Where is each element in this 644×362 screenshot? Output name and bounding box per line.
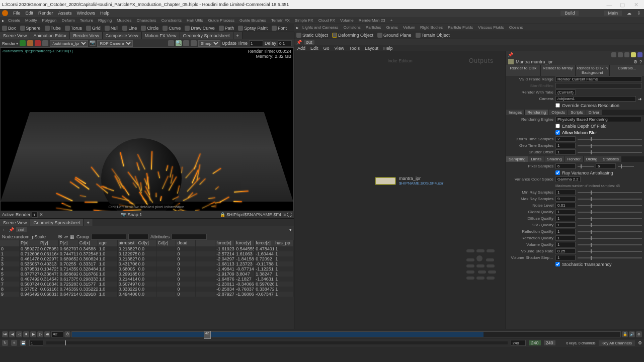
refrq-input[interactable]: 1: [555, 235, 576, 241]
samp-sampling[interactable]: Sampling: [506, 156, 528, 162]
subtab-driver[interactable]: Driver: [586, 110, 602, 115]
samp-dicing[interactable]: Dicing: [584, 156, 600, 162]
realtime-icon[interactable]: ⏱: [64, 331, 70, 337]
shelf-tab-modify[interactable]: Modify: [24, 18, 39, 23]
shelf-tab-renderman[interactable]: RenderMan 23: [357, 18, 387, 23]
table-row[interactable]: 10.7126060.06116430.7447110.3725481.00.1…: [0, 251, 294, 256]
shelf2-pfluids[interactable]: Particle Fluids: [446, 25, 474, 30]
menu-help[interactable]: Help: [100, 11, 110, 16]
snap-label[interactable]: Snap 1: [128, 212, 142, 217]
render-disk-button[interactable]: Render to Disk: [506, 65, 540, 76]
volstep-input[interactable]: 0.25: [555, 248, 576, 254]
shelf-tab-cloudfx[interactable]: Cloud FX: [317, 18, 337, 23]
timeline-track[interactable]: 42: [71, 331, 621, 337]
table-row[interactable]: 60.4074920.3145470.6173750.2983331.00.21…: [0, 277, 294, 282]
shutter-input[interactable]: 1: [555, 149, 576, 155]
shelf-tab-terrain[interactable]: Terrain FX: [270, 18, 291, 23]
shelf2-collisions[interactable]: Collisions: [342, 25, 362, 30]
subtab-rendering[interactable]: Rendering: [525, 110, 548, 115]
picker-icon[interactable]: [183, 40, 189, 46]
tool-path[interactable]: Path: [217, 24, 236, 32]
shelf-arrow-icon[interactable]: ▸: [2, 18, 5, 23]
region-icon[interactable]: [191, 40, 197, 46]
tab-geo-spread[interactable]: Geometry Spreadsheet: [180, 32, 233, 39]
first-frame-button[interactable]: ⏮: [2, 331, 8, 337]
tab-motionfx[interactable]: Motion FX View: [142, 32, 180, 39]
close-icon[interactable]: ✕: [630, 2, 642, 8]
render-bg-button[interactable]: Render to Disk in Background: [576, 65, 610, 76]
network-view[interactable]: Outputs Indie Edition mantra_ipr $HIPNAM…: [294, 51, 506, 329]
cloud-down-icon[interactable]: ⇩: [637, 11, 642, 16]
tool-font[interactable]: Font: [270, 24, 289, 32]
shelf-tab-muscles[interactable]: Muscles: [115, 18, 133, 23]
table-row[interactable]: 00.3592720.07595140.6627070.345881.00.21…: [0, 246, 294, 251]
pin-icon[interactable]: 📌: [508, 52, 513, 57]
engine-menu[interactable]: Physically Based Rendering: [555, 117, 642, 122]
camera-icon[interactable]: 📷: [90, 40, 96, 46]
table-row[interactable]: 20.4614780.02297010.6896520.3608241.00.2…: [0, 256, 294, 261]
samp-stats[interactable]: Statistics: [600, 156, 621, 162]
table-row[interactable]: 40.8795310.1047250.7143590.3284841.00.68…: [0, 266, 294, 272]
tool-box[interactable]: Box: [0, 24, 18, 32]
ps-slider[interactable]: [578, 166, 594, 167]
shelf-tab-rigging[interactable]: Rigging: [97, 18, 113, 23]
shelf-tab-plus[interactable]: +: [389, 18, 394, 23]
ps-input[interactable]: 6: [555, 163, 576, 169]
render-node-select[interactable]: /out/mantra_ipr: [50, 40, 88, 47]
volq-slider[interactable]: [578, 244, 642, 245]
xform-input[interactable]: 2: [555, 136, 576, 142]
shelf-tab-simplefx[interactable]: Simple FX: [293, 18, 315, 23]
table-row[interactable]: 90.9454920.06831830.6472140.329181.00.49…: [0, 292, 294, 297]
ss-tab-plus[interactable]: +: [84, 219, 93, 226]
take-menu[interactable]: (Current): [555, 89, 576, 95]
shutter-slider[interactable]: [578, 152, 642, 153]
shelf2-oceans[interactable]: Oceans: [508, 25, 525, 30]
stoch-check[interactable]: [555, 262, 560, 266]
minimize-icon[interactable]: —: [603, 2, 615, 8]
auto-update-icon[interactable]: ↻: [2, 340, 8, 346]
audio-icon[interactable]: 🔊: [629, 331, 635, 337]
volshadow-slider[interactable]: [578, 257, 642, 258]
shelf-arrow-icon[interactable]: ▸: [296, 25, 299, 30]
dof-check[interactable]: [555, 124, 560, 128]
prev-key-button[interactable]: ◀: [9, 331, 15, 337]
ss-tab-geo[interactable]: Geometry Spreadsheet: [30, 219, 84, 226]
camera-select[interactable]: ROP Camera: [97, 40, 133, 47]
minray-slider[interactable]: [578, 192, 642, 193]
tool-sphere[interactable]: Sphere: [18, 24, 43, 32]
tab-composite[interactable]: Composite View: [103, 32, 142, 39]
net-menu-go[interactable]: Go: [324, 46, 330, 51]
tab-plus[interactable]: +: [233, 32, 243, 39]
shelf2-rigid[interactable]: Rigid Bodies: [419, 25, 444, 30]
search-icon[interactable]: [631, 52, 636, 57]
filter-icon[interactable]: [611, 52, 616, 57]
tool-curve[interactable]: Curve: [160, 24, 183, 32]
tool-drawcurve[interactable]: Draw Curve: [183, 24, 217, 32]
menu-edit[interactable]: Edit: [26, 11, 34, 16]
group-filter-input[interactable]: [91, 234, 126, 240]
mb-check[interactable]: [555, 130, 560, 135]
ps2-slider[interactable]: [618, 166, 634, 167]
render-play-button[interactable]: [20, 40, 26, 46]
override-res-check[interactable]: [555, 103, 560, 108]
global-time-icon[interactable]: ⊕: [636, 331, 642, 337]
table-row[interactable]: 50.8777270.3384760.8586920.3187691.00.29…: [0, 272, 294, 277]
maxray-input[interactable]: 9: [555, 196, 576, 202]
ss-path-crumb[interactable]: out: [16, 227, 27, 232]
view-filter-input[interactable]: [128, 234, 148, 240]
next-key-button[interactable]: ▷: [37, 331, 43, 337]
subtab-objects[interactable]: Objects: [549, 110, 568, 115]
samp-shading[interactable]: Shading: [544, 156, 564, 162]
current-frame-input[interactable]: [51, 331, 63, 337]
shelf2-particles[interactable]: Particles: [364, 25, 383, 30]
last-frame-button[interactable]: ⏭: [44, 331, 50, 337]
shelf-tab-guidebrush[interactable]: Guide Brushes: [238, 18, 268, 23]
volstep-slider[interactable]: [578, 251, 642, 252]
cache-icon[interactable]: 💾: [20, 340, 26, 346]
tab-scene-view[interactable]: Scene View: [0, 32, 30, 39]
xform-slider[interactable]: [578, 139, 642, 140]
menu-render[interactable]: Render: [38, 11, 53, 16]
globalq-input[interactable]: 1: [555, 209, 576, 215]
attr-filter-input[interactable]: [172, 234, 207, 240]
shelf2-vellum[interactable]: Vellum: [401, 25, 417, 30]
